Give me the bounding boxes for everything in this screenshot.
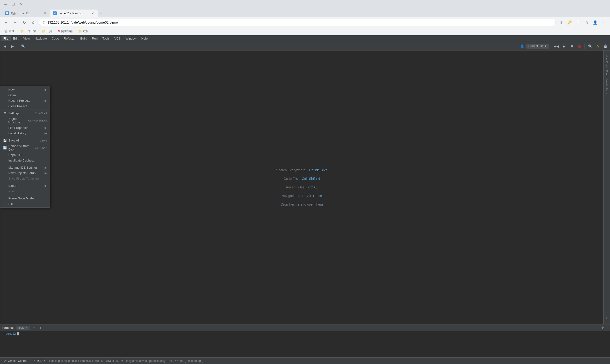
bookmark-workday[interactable]: 📁 工作日常	[18, 28, 38, 34]
menu-item-recent-projects[interactable]: Recent Projects ▶	[0, 98, 50, 104]
export-arrow: ▶	[45, 184, 47, 187]
reload-button[interactable]: ↻	[21, 19, 28, 26]
toolbar-back-btn[interactable]: ◀	[1, 43, 8, 50]
menu-item-power-save-mode[interactable]: Power Save Mode	[0, 195, 50, 201]
browser-tab-2[interactable]: d dome02 - TitanIDE ✕	[50, 10, 98, 17]
profile-button[interactable]: 👤	[591, 19, 599, 26]
terminal-settings-icon[interactable]: ⚙	[601, 326, 604, 329]
tab-favicon-2: d	[53, 12, 57, 15]
bookmark-email[interactable]: M 阿里邮箱	[56, 28, 75, 34]
menu-item-manage-ide-settings[interactable]: Manage IDE Settings ▶	[0, 165, 50, 170]
menu-item-new-projects-setup[interactable]: New Projects Setup ▶	[0, 170, 50, 176]
menu-view[interactable]: View	[21, 36, 32, 41]
menu-item-save-all[interactable]: 💾 Save All Ctrl+S	[0, 138, 50, 143]
browser-tab-1[interactable]: 项 项目 - TitanIDE ✕	[2, 10, 50, 17]
status-todo[interactable]: ☑ TODO	[31, 359, 46, 363]
menu-item-file-properties[interactable]: File Properties ▶	[0, 125, 50, 130]
close-button[interactable]: ✕	[18, 1, 24, 8]
save-all-icon: 💾	[3, 139, 7, 142]
toolbar-search2-btn[interactable]: 🔍	[587, 43, 593, 50]
menu-sep-4	[0, 182, 50, 182]
ide-container: File Edit View Navigate Code Refactor Bu…	[0, 35, 610, 364]
menu-file[interactable]: File	[1, 36, 11, 41]
tab-close-2[interactable]: ✕	[91, 11, 95, 15]
file-properties-arrow: ▶	[45, 126, 47, 130]
menu-run[interactable]: Run	[90, 36, 100, 41]
indexing-message: Indexing completed in 1 d to 65% of file…	[49, 359, 608, 363]
bookmark-button[interactable]: ☆	[583, 19, 590, 26]
toolbar-profile-btn[interactable]: 👤	[519, 43, 525, 50]
menu-item-manage-ide-settings-label: Manage IDE Settings	[8, 166, 38, 169]
hint-search-everywhere-shortcut: Double Shift	[309, 168, 327, 172]
menu-item-save-all-label: Save All	[8, 139, 20, 142]
menu-item-open[interactable]: Open...	[0, 92, 50, 98]
menu-item-exit[interactable]: Exit	[0, 201, 50, 207]
toolbar-search-btn[interactable]: 🔍	[20, 43, 26, 50]
menu-tools[interactable]: Tools	[100, 36, 112, 41]
menu-item-exit-label: Exit	[8, 202, 13, 206]
ide-toolbar: ◀ ▶ 🔍 👤 Current File ▼ ◀◀ ▶ ⏹ 🐞 🔍 ⚠ 🤖	[0, 42, 610, 51]
tab-close-1[interactable]: ✕	[43, 11, 47, 15]
menu-item-close-project[interactable]: Close Project	[0, 104, 50, 109]
sidebar-collapse-btn[interactable]: ≪	[604, 315, 609, 322]
passwords-button[interactable]: 🔑	[566, 19, 573, 26]
terminal-directory: dome02	[5, 332, 16, 335]
bookmark-tools[interactable]: 📁 工具	[40, 28, 54, 34]
menu-item-file-properties-label: File Properties	[8, 126, 28, 130]
menu-item-print: Print...	[0, 188, 50, 194]
toolbar-forward-btn[interactable]: ▶	[9, 43, 16, 50]
todo-icon: ☑	[33, 359, 36, 363]
menu-item-new-label: New	[8, 88, 14, 91]
home-button[interactable]: ⌂	[29, 19, 37, 26]
toolbar-copilot-btn[interactable]: 🤖	[602, 43, 609, 50]
menu-code[interactable]: Code	[49, 36, 62, 41]
toolbar-alert-btn[interactable]: ⚠	[594, 43, 601, 50]
address-bar[interactable]: ⚙ 192.168.101.144/ide/web/coding/dome02/…	[39, 19, 556, 26]
new-tab-button[interactable]: +	[98, 11, 104, 17]
toolbar-debug-btn[interactable]: 🐞	[576, 43, 583, 50]
menu-item-export[interactable]: Export ▶	[0, 183, 50, 188]
menu-refactor[interactable]: Refactor	[62, 36, 78, 41]
forward-button[interactable]: →	[12, 19, 19, 26]
todo-label: TODO	[37, 359, 45, 363]
menu-build[interactable]: Build	[78, 36, 90, 41]
downloads-button[interactable]: ⬇	[557, 19, 565, 26]
translate-button[interactable]: T	[574, 19, 582, 26]
maximize-button[interactable]: □	[10, 1, 17, 8]
toolbar-run-btn[interactable]: ▶	[561, 43, 567, 50]
back-button[interactable]: ←	[2, 19, 10, 26]
menu-edit[interactable]: Edit	[11, 36, 21, 41]
minimize-button[interactable]: ─	[2, 1, 9, 8]
menu-item-new[interactable]: New ▶	[0, 87, 50, 92]
toolbar-run-back-btn[interactable]: ◀◀	[553, 43, 560, 50]
menu-window[interactable]: Window	[123, 36, 139, 41]
terminal-expand-button[interactable]: ▾	[38, 325, 43, 330]
bookmark-relax[interactable]: 📁 放松	[77, 28, 91, 34]
menu-button[interactable]: ⋮	[600, 19, 608, 26]
menu-item-invalidate-caches[interactable]: Invalidate Caches...	[0, 158, 50, 163]
right-sidebar: GitLabCopilot Chat Notifications ≪	[603, 51, 610, 324]
menu-vcs[interactable]: VCS	[112, 36, 123, 41]
editor-area: Search Everywhere Double Shift Go to Fil…	[0, 51, 603, 324]
menu-item-reload-all[interactable]: 🔄 Reload All from Disk Ctrl+Alt+Y	[0, 143, 50, 152]
current-file-dropdown[interactable]: Current File ▼	[526, 44, 549, 49]
status-version-control[interactable]: ⎇ Version Control	[2, 359, 29, 363]
sidebar-copilot-toggle[interactable]: GitLabCopilot Chat	[605, 52, 609, 78]
terminal-tab-local[interactable]: local ✕	[16, 326, 29, 330]
toolbar-stop-btn[interactable]: ⏹	[568, 43, 575, 50]
terminal-tab-close[interactable]: ✕	[26, 326, 28, 329]
terminal-add-button[interactable]: +	[31, 325, 36, 330]
menu-help[interactable]: Help	[139, 36, 150, 41]
menu-item-power-save-mode-label: Power Save Mode	[8, 196, 34, 200]
sidebar-notifications-toggle[interactable]: Notifications	[605, 78, 609, 95]
terminal-minimize-icon[interactable]: ─	[606, 326, 608, 329]
browser-window: ─ □ ✕ 项 项目 - TitanIDE ✕ d dome02 - Titan…	[0, 0, 610, 35]
bookmark-live[interactable]: 📡 直播	[2, 28, 16, 34]
hint-drop-files: Drop files here to open them	[281, 203, 323, 206]
address-secure-icon: ⚙	[43, 21, 46, 24]
menu-item-repair-ide[interactable]: Repair IDE	[0, 152, 50, 158]
menu-item-settings[interactable]: ⚙ Settings... Ctrl+Alt+S	[0, 111, 50, 116]
menu-navigate[interactable]: Navigate	[32, 36, 49, 41]
menu-item-project-structure[interactable]: Project Structure... Ctrl+Alt+Shift+S	[0, 116, 50, 125]
menu-item-local-history[interactable]: Local History ▶	[0, 130, 50, 136]
